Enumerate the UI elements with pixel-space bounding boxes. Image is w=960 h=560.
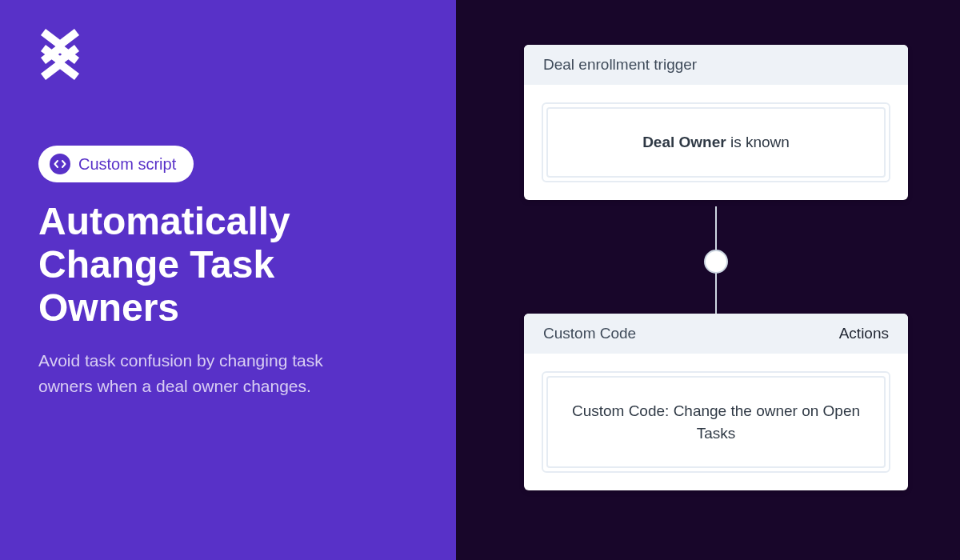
flow-connector-node [704,250,728,274]
category-pill: Custom script [38,146,194,182]
trigger-condition-rest: is known [726,134,790,150]
flow-panel: Deal enrollment trigger Deal Owner is kn… [456,0,960,560]
trigger-card-header: Deal enrollment trigger [524,45,908,85]
page-root: Custom script Automatically Change Task … [0,0,960,560]
action-box: Custom Code: Change the owner on Open Ta… [542,371,890,473]
hero-title: Automatically Change Task Owners [38,200,382,329]
category-label: Custom script [78,155,176,174]
trigger-header-label: Deal enrollment trigger [543,56,697,74]
actions-link[interactable]: Actions [839,325,889,342]
trigger-condition: Deal Owner is known [546,107,886,178]
trigger-condition-box: Deal Owner is known [542,102,890,182]
hero-subtitle: Avoid task confusion by changing task ow… [38,348,358,398]
action-card-body: Custom Code: Change the owner on Open Ta… [524,354,908,490]
action-header-label: Custom Code [543,325,636,342]
trigger-condition-bold: Deal Owner [642,134,726,150]
action-card: Custom Code Actions Custom Code: Change … [524,314,908,490]
trigger-card-body: Deal Owner is known [524,85,908,200]
brand-logo [38,29,418,83]
action-card-header: Custom Code Actions [524,314,908,354]
code-icon [50,154,70,174]
trigger-card: Deal enrollment trigger Deal Owner is kn… [524,45,908,200]
action-text: Custom Code: Change the owner on Open Ta… [546,376,886,468]
hero-panel: Custom script Automatically Change Task … [0,0,456,560]
